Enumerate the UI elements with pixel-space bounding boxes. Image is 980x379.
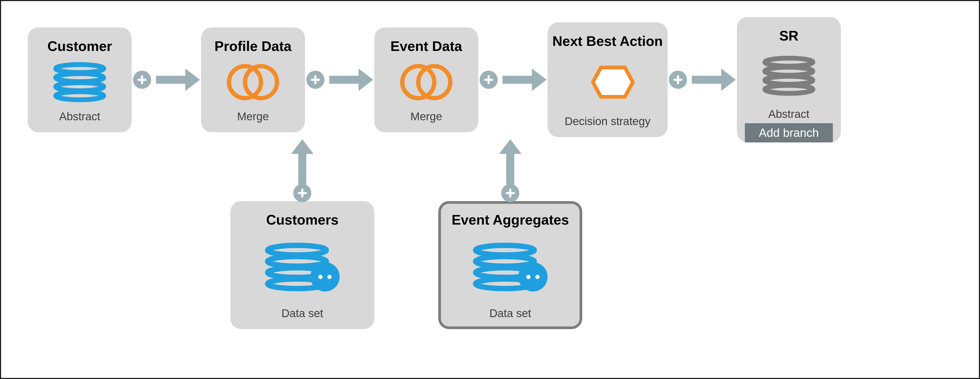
node-event-aggregates[interactable]: Event Aggregates Data set xyxy=(438,201,582,329)
node-title: Profile Data xyxy=(215,38,292,54)
svg-point-24 xyxy=(518,262,547,291)
arrow-right-icon xyxy=(503,68,547,91)
node-customer[interactable]: Customer Abstract xyxy=(28,27,132,132)
arrow-up-icon xyxy=(291,139,313,154)
node-title: SR xyxy=(779,28,799,44)
add-connection-icon[interactable] xyxy=(669,71,687,89)
connector xyxy=(305,68,374,91)
add-connection-icon[interactable] xyxy=(306,71,325,89)
node-subtype: Data set xyxy=(490,307,531,320)
svg-point-25 xyxy=(526,275,531,279)
node-title: Customer xyxy=(48,38,112,54)
node-subtype: Decision strategy xyxy=(565,115,651,128)
svg-marker-8 xyxy=(593,67,633,97)
arrow-up xyxy=(291,139,313,202)
stack-icon xyxy=(761,52,817,100)
add-connection-icon[interactable] xyxy=(133,71,151,89)
svg-point-3 xyxy=(56,92,104,100)
svg-point-18 xyxy=(318,275,323,279)
venn-icon xyxy=(397,62,456,102)
stack-icon xyxy=(52,62,108,102)
flow-row-top: Customer Abstract Profile Data xyxy=(28,17,952,142)
arrow-up-icon xyxy=(499,139,522,154)
connector xyxy=(478,68,547,91)
add-branch-button[interactable]: Add branch xyxy=(745,123,833,142)
connector xyxy=(668,68,737,91)
node-title: Event Aggregates xyxy=(452,212,569,228)
svg-point-12 xyxy=(765,85,813,93)
svg-point-26 xyxy=(535,275,539,279)
arrow-right-icon xyxy=(156,68,200,91)
arrow-right-icon xyxy=(692,68,736,91)
node-title: Customers xyxy=(266,212,339,228)
venn-icon xyxy=(224,62,282,102)
svg-point-19 xyxy=(328,275,332,279)
svg-point-17 xyxy=(310,262,340,291)
hexagon-icon xyxy=(578,57,637,107)
node-customers[interactable]: Customers Data set xyxy=(230,201,374,329)
add-connection-icon[interactable] xyxy=(480,71,498,89)
node-subtype: Abstract xyxy=(59,110,100,123)
node-subtype: Abstract xyxy=(768,108,810,121)
node-title: Next Best Action xyxy=(552,33,663,49)
flow-row-bottom: Customers Data set xyxy=(230,201,952,329)
node-subtype: Merge xyxy=(410,110,442,123)
arrow-right-icon xyxy=(329,68,373,91)
connector xyxy=(132,68,201,91)
node-event-data[interactable]: Event Data Merge xyxy=(374,27,478,132)
node-profile-data[interactable]: Profile Data Merge xyxy=(201,27,305,132)
dataset-icon xyxy=(262,236,342,299)
node-next-best-action[interactable]: Next Best Action Decision strategy xyxy=(547,22,668,137)
node-subtype: Data set xyxy=(282,307,323,320)
arrow-up xyxy=(499,139,522,202)
add-connection-icon[interactable] xyxy=(501,184,519,202)
node-subtype: Merge xyxy=(237,110,269,123)
svg-point-13 xyxy=(268,245,326,255)
dataset-icon xyxy=(470,236,550,299)
svg-point-20 xyxy=(476,245,534,255)
node-title: Event Data xyxy=(391,38,462,54)
flow-canvas: Customer Abstract Profile Data xyxy=(0,0,980,379)
node-sr[interactable]: SR Abstract Add branch xyxy=(737,17,841,142)
add-connection-icon[interactable] xyxy=(293,184,311,202)
